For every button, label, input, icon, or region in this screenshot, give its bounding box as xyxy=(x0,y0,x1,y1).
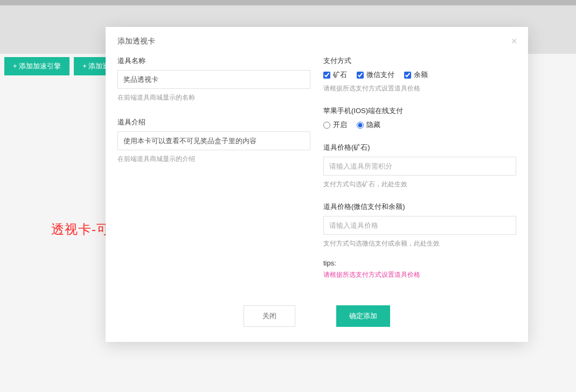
payment-label: 支付方式 xyxy=(323,56,516,66)
intro-helper: 在前端道具商城显示的介绍 xyxy=(117,155,310,164)
modal-overlay: 添加透视卡 × 道具名称 在前端道具商城显示的名称 道具介绍 在前端道具商城显示… xyxy=(0,0,576,392)
form-group-tips: tips: 请根据所选支付方式设置道具价格 xyxy=(323,259,516,279)
payment-wechat-check[interactable]: 微信支付 xyxy=(357,70,394,80)
payment-balance-label: 余额 xyxy=(414,70,428,80)
tips-text: 请根据所选支付方式设置道具价格 xyxy=(323,270,516,279)
payment-balance-check[interactable]: 余额 xyxy=(404,70,428,80)
price-wx-label: 道具价格(微信支付和余额) xyxy=(323,202,516,212)
modal-left-column: 道具名称 在前端道具商城显示的名称 道具介绍 在前端道具商城显示的介绍 xyxy=(117,56,310,289)
name-helper: 在前端道具商城显示的名称 xyxy=(117,93,310,102)
modal: 添加透视卡 × 道具名称 在前端道具商城显示的名称 道具介绍 在前端道具商城显示… xyxy=(106,27,528,342)
intro-label: 道具介绍 xyxy=(117,117,310,127)
price-wx-helper: 支付方式勾选微信支付或余额，此处生效 xyxy=(323,239,516,248)
name-input[interactable] xyxy=(117,70,310,89)
price-ore-label: 道具价格(矿石) xyxy=(323,143,516,152)
modal-header: 添加透视卡 × xyxy=(106,27,528,54)
price-ore-helper: 支付方式勾选矿石，此处生效 xyxy=(323,180,516,189)
payment-checks: 矿石 微信支付 余额 xyxy=(323,70,516,80)
ios-open-label: 开启 xyxy=(333,120,347,130)
payment-ore-label: 矿石 xyxy=(333,70,347,80)
ios-label: 苹果手机(IOS)端在线支付 xyxy=(323,106,516,116)
ios-hide-label: 隐藏 xyxy=(366,120,380,130)
ios-radios: 开启 隐藏 xyxy=(323,120,516,130)
intro-input[interactable] xyxy=(117,131,310,150)
payment-balance-checkbox[interactable] xyxy=(404,72,411,79)
ios-open-input[interactable] xyxy=(323,122,330,129)
name-label: 道具名称 xyxy=(117,56,310,66)
ios-hide-input[interactable] xyxy=(357,122,364,129)
form-group-price-ore: 道具价格(矿石) 支付方式勾选矿石，此处生效 xyxy=(323,143,516,189)
ios-hide-radio[interactable]: 隐藏 xyxy=(357,120,380,130)
payment-helper: 请根据所选支付方式设置道具价格 xyxy=(323,84,516,93)
payment-ore-checkbox[interactable] xyxy=(323,72,330,79)
payment-wechat-checkbox[interactable] xyxy=(357,72,364,79)
modal-footer: 关闭 确定添加 xyxy=(106,300,528,342)
form-group-name: 道具名称 在前端道具商城显示的名称 xyxy=(117,56,310,102)
confirm-button[interactable]: 确定添加 xyxy=(336,305,390,327)
form-group-price-wx: 道具价格(微信支付和余额) 支付方式勾选微信支付或余额，此处生效 xyxy=(323,202,516,248)
close-icon[interactable]: × xyxy=(511,36,517,46)
tips-label: tips: xyxy=(323,259,516,267)
price-ore-input[interactable] xyxy=(323,157,516,176)
modal-right-column: 支付方式 矿石 微信支付 余额 xyxy=(323,56,516,289)
payment-wechat-label: 微信支付 xyxy=(366,70,394,80)
payment-ore-check[interactable]: 矿石 xyxy=(323,70,347,80)
form-group-ios: 苹果手机(IOS)端在线支付 开启 隐藏 xyxy=(323,106,516,130)
modal-title: 添加透视卡 xyxy=(117,37,155,45)
ios-open-radio[interactable]: 开启 xyxy=(323,120,347,130)
form-group-payment: 支付方式 矿石 微信支付 余额 xyxy=(323,56,516,93)
price-wx-input[interactable] xyxy=(323,216,516,235)
cancel-button[interactable]: 关闭 xyxy=(244,305,295,327)
modal-body: 道具名称 在前端道具商城显示的名称 道具介绍 在前端道具商城显示的介绍 支付方式 xyxy=(106,54,528,300)
form-group-intro: 道具介绍 在前端道具商城显示的介绍 xyxy=(117,117,310,164)
